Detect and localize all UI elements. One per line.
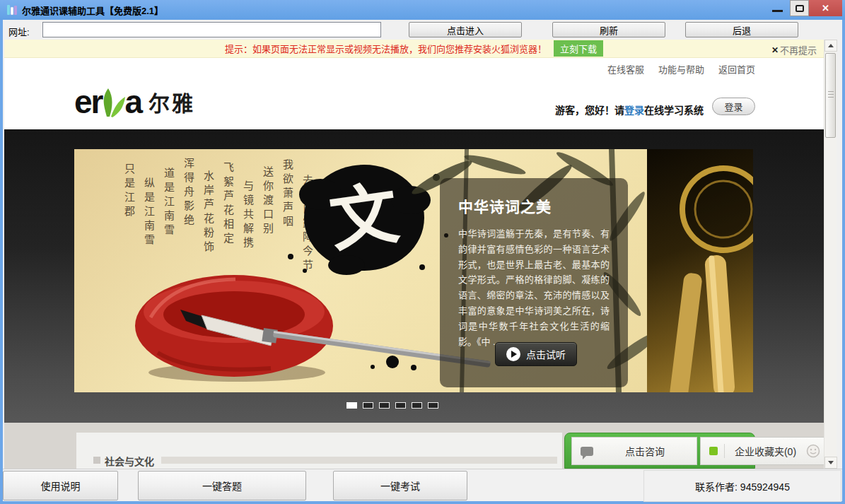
- site-header: 在线客服 功能与帮助 返回首页 er a 尔雅 游客，您好！请登录在线学习系统 …: [4, 59, 824, 129]
- consult-label: 点击咨询: [593, 444, 697, 458]
- carousel-slide[interactable]: 去年白露降今节我欲萧声咽送你渡口别与镜共解携飞絮芦花相定水岸芦花粉饰浑得舟影绝道…: [74, 149, 753, 392]
- category-title: 社会与文化: [105, 454, 154, 468]
- carousel-dot-6[interactable]: [428, 402, 438, 409]
- nav-link-help[interactable]: 功能与帮助: [658, 62, 704, 76]
- maximize-button[interactable]: [790, 0, 809, 16]
- play-icon: [506, 347, 520, 361]
- login-button[interactable]: 登录: [712, 98, 755, 115]
- manual-button[interactable]: 使用说明: [3, 471, 118, 500]
- favorites-bar[interactable]: 企业收藏夹(0): [700, 437, 824, 465]
- browser-frame: 提示：如果页面无法正常显示或视频无法播放，我们向您推荐安装火狐浏览器！ 立刻下载…: [3, 40, 842, 469]
- play-audio-button[interactable]: 点击试听: [495, 342, 577, 366]
- hero-carousel: 去年白露降今节我欲萧声咽送你渡口别与镜共解携飞絮芦花相定水岸芦花粉饰浑得舟影绝道…: [4, 129, 824, 423]
- logo-text-cn: 尔雅: [148, 90, 195, 118]
- download-firefox-button[interactable]: 立刻下载: [554, 40, 603, 57]
- app-icon: [6, 4, 18, 16]
- login-link[interactable]: 登录: [624, 105, 644, 116]
- carousel-dots: [346, 402, 438, 409]
- bottom-toolbar: 使用说明 一键答题 一键考试 联系作者: 945924945: [3, 469, 842, 501]
- carousel-dot-2[interactable]: [363, 402, 373, 409]
- grip-icon: [828, 91, 834, 99]
- status-square-icon: [709, 447, 718, 455]
- back-button[interactable]: 后退: [685, 22, 798, 37]
- go-button[interactable]: 点击进入: [409, 22, 522, 37]
- titlebar: 尔雅通识课辅助工具【免费版2.1】 ✕: [0, 0, 845, 20]
- leaf-icon: [100, 84, 127, 118]
- close-icon: ✕: [822, 3, 829, 13]
- logo-text-er: er: [74, 86, 102, 118]
- slide-background: 去年白露降今节我欲萧声咽送你渡口别与镜共解携飞絮芦花相定水岸芦花粉饰浑得舟影绝道…: [74, 149, 647, 392]
- url-label: 网址:: [8, 25, 30, 38]
- slide-description: 中华诗词滥觞于先秦，是有节奏、有韵律并富有感情色彩的一种语言艺术形式，也是世界上…: [458, 226, 610, 350]
- gold-scroll-art: [647, 149, 753, 392]
- chat-bubble-icon: [581, 447, 593, 456]
- bullet-square-icon: [93, 457, 100, 464]
- top-nav: 在线客服 功能与帮助 返回首页: [607, 62, 755, 76]
- url-input[interactable]: [42, 22, 381, 37]
- arrow-up-icon: [828, 44, 834, 47]
- dismiss-label: 不再提示: [780, 43, 817, 57]
- lower-section: 社会与文化 点击咨询 企业收藏夹(0): [4, 423, 824, 469]
- notice-message: 提示：如果页面无法正常显示或视频无法播放，我们向您推荐安装火狐浏览器！: [225, 42, 547, 55]
- scroll-up-button[interactable]: [824, 40, 837, 52]
- carousel-dot-1[interactable]: [346, 402, 357, 409]
- nav-link-home[interactable]: 返回首页: [718, 62, 755, 76]
- next-slide-preview: [647, 149, 753, 392]
- auto-exam-button[interactable]: 一键考试: [333, 471, 467, 500]
- logo-text-a: a: [124, 86, 141, 118]
- greeting-text: 游客，您好！请登录在线学习系统: [555, 102, 704, 117]
- maximize-icon: [796, 5, 804, 12]
- notice-bar: 提示：如果页面无法正常显示或视频无法播放，我们向您推荐安装火狐浏览器！ 立刻下载…: [4, 40, 824, 58]
- carousel-dot-5[interactable]: [412, 402, 422, 409]
- address-bar: 网址: 点击进入 刷新 后退: [3, 20, 842, 40]
- erya-logo: er a 尔雅: [74, 81, 195, 118]
- refresh-button[interactable]: 刷新: [552, 22, 665, 37]
- page-scrollbar[interactable]: [824, 40, 837, 469]
- consult-bar[interactable]: 点击咨询: [571, 437, 697, 465]
- category-card: 社会与文化: [76, 433, 562, 469]
- minimize-button[interactable]: [764, 0, 790, 16]
- slide-title: 中华诗词之美: [458, 195, 610, 216]
- close-icon: ✕: [771, 45, 779, 55]
- scroll-down-button[interactable]: [824, 457, 837, 469]
- divider-line: [161, 457, 557, 464]
- minimize-icon: [772, 10, 783, 12]
- nav-link-customer-service[interactable]: 在线客服: [607, 62, 644, 76]
- close-button[interactable]: ✕: [809, 0, 842, 16]
- carousel-dot-3[interactable]: [379, 402, 390, 409]
- app-window: 尔雅通识课辅助工具【免费版2.1】 ✕ 网址: 点击进入 刷新 后退 提示：如果…: [0, 0, 845, 504]
- contact-author: 联系作者: 945924945: [643, 470, 841, 502]
- auto-answer-button[interactable]: 一键答题: [138, 471, 306, 500]
- ink-character: 文: [325, 173, 404, 262]
- window-title: 尔雅通识课辅助工具【免费版2.1】: [22, 4, 163, 17]
- dismiss-notice[interactable]: ✕ 不再提示: [771, 43, 817, 57]
- carousel-dot-4[interactable]: [395, 402, 406, 409]
- favorites-label: 企业收藏夹(0): [725, 444, 806, 458]
- smiley-icon: [806, 444, 820, 458]
- scrollbar-thumb[interactable]: [825, 53, 836, 138]
- arrow-down-icon: [828, 461, 834, 464]
- web-page: 提示：如果页面无法正常显示或视频无法播放，我们向您推荐安装火狐浏览器！ 立刻下载…: [4, 40, 824, 469]
